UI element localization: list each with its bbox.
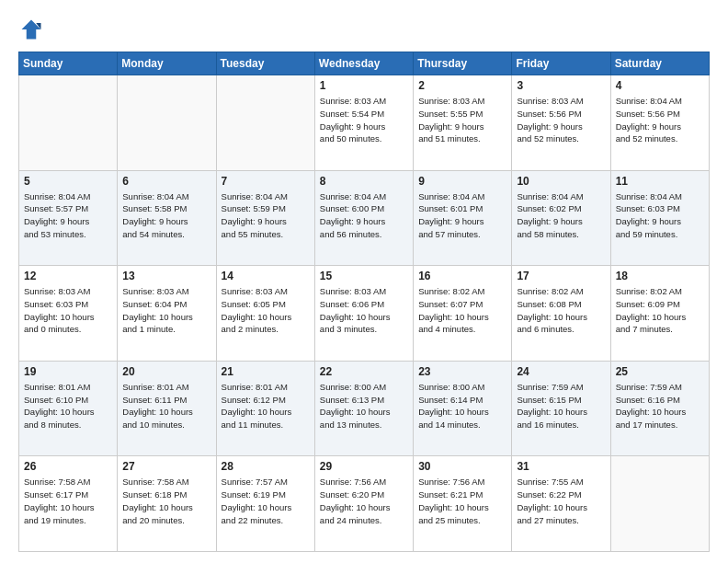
calendar-cell: 3Sunrise: 8:03 AM Sunset: 5:56 PM Daylig… xyxy=(512,75,610,171)
day-number: 7 xyxy=(222,175,310,188)
calendar-cell xyxy=(216,75,314,171)
calendar-week-row: 12Sunrise: 8:03 AM Sunset: 6:03 PM Dayli… xyxy=(19,266,710,362)
day-number: 9 xyxy=(418,175,506,188)
weekday-header-friday: Friday xyxy=(512,52,610,75)
calendar-cell: 7Sunrise: 8:04 AM Sunset: 5:59 PM Daylig… xyxy=(216,170,314,266)
day-number: 11 xyxy=(616,175,704,188)
day-number: 16 xyxy=(418,270,506,282)
calendar-cell: 9Sunrise: 8:04 AM Sunset: 6:01 PM Daylig… xyxy=(414,170,512,266)
day-number: 25 xyxy=(616,365,704,378)
calendar-week-row: 19Sunrise: 8:01 AM Sunset: 6:10 PM Dayli… xyxy=(19,361,710,456)
calendar-cell: 11Sunrise: 8:04 AM Sunset: 6:03 PM Dayli… xyxy=(610,170,709,266)
day-number: 3 xyxy=(517,79,605,92)
calendar-cell: 15Sunrise: 8:03 AM Sunset: 6:06 PM Dayli… xyxy=(314,266,413,362)
day-number: 20 xyxy=(122,365,210,378)
header xyxy=(18,17,710,42)
weekday-header-sunday: Sunday xyxy=(19,52,118,75)
weekday-header-thursday: Thursday xyxy=(414,52,512,75)
calendar-cell: 24Sunrise: 7:59 AM Sunset: 6:15 PM Dayli… xyxy=(512,361,610,456)
calendar-week-row: 26Sunrise: 7:58 AM Sunset: 6:17 PM Dayli… xyxy=(19,456,710,552)
calendar-cell xyxy=(610,456,709,552)
day-number: 27 xyxy=(122,460,210,473)
day-info: Sunrise: 7:59 AM Sunset: 6:15 PM Dayligh… xyxy=(517,381,605,431)
calendar-cell: 4Sunrise: 8:04 AM Sunset: 5:56 PM Daylig… xyxy=(610,75,709,171)
day-info: Sunrise: 8:03 AM Sunset: 5:55 PM Dayligh… xyxy=(418,95,506,145)
day-info: Sunrise: 8:04 AM Sunset: 5:58 PM Dayligh… xyxy=(122,190,210,241)
day-info: Sunrise: 8:03 AM Sunset: 6:04 PM Dayligh… xyxy=(122,285,210,336)
day-number: 21 xyxy=(222,365,310,378)
day-info: Sunrise: 7:56 AM Sunset: 6:21 PM Dayligh… xyxy=(418,476,506,526)
calendar-cell: 28Sunrise: 7:57 AM Sunset: 6:19 PM Dayli… xyxy=(216,456,314,552)
calendar-cell: 14Sunrise: 8:03 AM Sunset: 6:05 PM Dayli… xyxy=(216,266,314,362)
calendar-cell: 20Sunrise: 8:01 AM Sunset: 6:11 PM Dayli… xyxy=(118,361,216,456)
day-info: Sunrise: 8:04 AM Sunset: 5:57 PM Dayligh… xyxy=(24,190,112,241)
logo xyxy=(18,17,48,42)
calendar-cell: 8Sunrise: 8:04 AM Sunset: 6:00 PM Daylig… xyxy=(314,170,413,266)
day-number: 29 xyxy=(320,460,408,473)
calendar-cell: 17Sunrise: 8:02 AM Sunset: 6:08 PM Dayli… xyxy=(512,266,610,362)
day-info: Sunrise: 8:03 AM Sunset: 5:54 PM Dayligh… xyxy=(320,95,408,145)
calendar-cell: 19Sunrise: 8:01 AM Sunset: 6:10 PM Dayli… xyxy=(19,361,118,456)
day-number: 4 xyxy=(616,79,704,92)
calendar-cell: 10Sunrise: 8:04 AM Sunset: 6:02 PM Dayli… xyxy=(512,170,610,266)
day-info: Sunrise: 8:00 AM Sunset: 6:13 PM Dayligh… xyxy=(320,381,408,431)
day-number: 6 xyxy=(122,175,210,188)
weekday-header-wednesday: Wednesday xyxy=(314,52,413,75)
calendar-cell: 29Sunrise: 7:56 AM Sunset: 6:20 PM Dayli… xyxy=(314,456,413,552)
calendar-cell: 16Sunrise: 8:02 AM Sunset: 6:07 PM Dayli… xyxy=(414,266,512,362)
day-info: Sunrise: 8:04 AM Sunset: 5:56 PM Dayligh… xyxy=(616,95,704,145)
day-info: Sunrise: 8:02 AM Sunset: 6:08 PM Dayligh… xyxy=(517,285,605,336)
calendar-cell: 31Sunrise: 7:55 AM Sunset: 6:22 PM Dayli… xyxy=(512,456,610,552)
calendar-cell: 13Sunrise: 8:03 AM Sunset: 6:04 PM Dayli… xyxy=(118,266,216,362)
day-number: 1 xyxy=(320,79,408,92)
day-number: 30 xyxy=(418,460,506,473)
weekday-header-monday: Monday xyxy=(118,52,216,75)
calendar-cell: 25Sunrise: 7:59 AM Sunset: 6:16 PM Dayli… xyxy=(610,361,709,456)
day-info: Sunrise: 7:55 AM Sunset: 6:22 PM Dayligh… xyxy=(517,476,605,526)
day-info: Sunrise: 7:59 AM Sunset: 6:16 PM Dayligh… xyxy=(616,381,704,431)
day-number: 19 xyxy=(24,365,112,378)
day-info: Sunrise: 7:57 AM Sunset: 6:19 PM Dayligh… xyxy=(222,476,310,526)
day-info: Sunrise: 8:03 AM Sunset: 6:05 PM Dayligh… xyxy=(222,285,310,336)
day-number: 15 xyxy=(320,270,408,282)
day-info: Sunrise: 8:04 AM Sunset: 5:59 PM Dayligh… xyxy=(222,190,310,241)
day-info: Sunrise: 7:56 AM Sunset: 6:20 PM Dayligh… xyxy=(320,476,408,526)
calendar-cell: 30Sunrise: 7:56 AM Sunset: 6:21 PM Dayli… xyxy=(414,456,512,552)
day-info: Sunrise: 8:01 AM Sunset: 6:11 PM Dayligh… xyxy=(122,381,210,431)
calendar-cell: 23Sunrise: 8:00 AM Sunset: 6:14 PM Dayli… xyxy=(414,361,512,456)
day-number: 8 xyxy=(320,175,408,188)
day-info: Sunrise: 8:02 AM Sunset: 6:07 PM Dayligh… xyxy=(418,285,506,336)
calendar-cell: 18Sunrise: 8:02 AM Sunset: 6:09 PM Dayli… xyxy=(610,266,709,362)
day-number: 24 xyxy=(517,365,605,378)
day-number: 22 xyxy=(320,365,408,378)
calendar-cell xyxy=(19,75,118,171)
calendar-cell: 26Sunrise: 7:58 AM Sunset: 6:17 PM Dayli… xyxy=(19,456,118,552)
day-number: 31 xyxy=(517,460,605,473)
day-info: Sunrise: 8:04 AM Sunset: 6:01 PM Dayligh… xyxy=(418,190,506,241)
day-info: Sunrise: 8:00 AM Sunset: 6:14 PM Dayligh… xyxy=(418,381,506,431)
day-info: Sunrise: 8:03 AM Sunset: 6:03 PM Dayligh… xyxy=(24,285,112,336)
day-number: 5 xyxy=(24,175,112,188)
day-number: 14 xyxy=(222,270,310,282)
calendar-cell: 21Sunrise: 8:01 AM Sunset: 6:12 PM Dayli… xyxy=(216,361,314,456)
calendar-table: SundayMondayTuesdayWednesdayThursdayFrid… xyxy=(18,52,710,552)
day-info: Sunrise: 8:03 AM Sunset: 5:56 PM Dayligh… xyxy=(517,95,605,145)
day-info: Sunrise: 7:58 AM Sunset: 6:18 PM Dayligh… xyxy=(122,476,210,526)
calendar-cell: 12Sunrise: 8:03 AM Sunset: 6:03 PM Dayli… xyxy=(19,266,118,362)
day-info: Sunrise: 7:58 AM Sunset: 6:17 PM Dayligh… xyxy=(24,476,112,526)
calendar-cell: 5Sunrise: 8:04 AM Sunset: 5:57 PM Daylig… xyxy=(19,170,118,266)
page: SundayMondayTuesdayWednesdayThursdayFrid… xyxy=(0,0,728,563)
day-number: 26 xyxy=(24,460,112,473)
day-info: Sunrise: 8:02 AM Sunset: 6:09 PM Dayligh… xyxy=(616,285,704,336)
day-number: 17 xyxy=(517,270,605,282)
calendar-week-row: 1Sunrise: 8:03 AM Sunset: 5:54 PM Daylig… xyxy=(19,75,710,171)
day-number: 10 xyxy=(517,175,605,188)
day-number: 18 xyxy=(616,270,704,282)
day-number: 12 xyxy=(24,270,112,282)
calendar-week-row: 5Sunrise: 8:04 AM Sunset: 5:57 PM Daylig… xyxy=(19,170,710,266)
calendar-header-row: SundayMondayTuesdayWednesdayThursdayFrid… xyxy=(19,52,710,75)
day-number: 23 xyxy=(418,365,506,378)
day-info: Sunrise: 8:04 AM Sunset: 6:02 PM Dayligh… xyxy=(517,190,605,241)
svg-marker-0 xyxy=(22,20,41,40)
day-info: Sunrise: 8:01 AM Sunset: 6:12 PM Dayligh… xyxy=(222,381,310,431)
